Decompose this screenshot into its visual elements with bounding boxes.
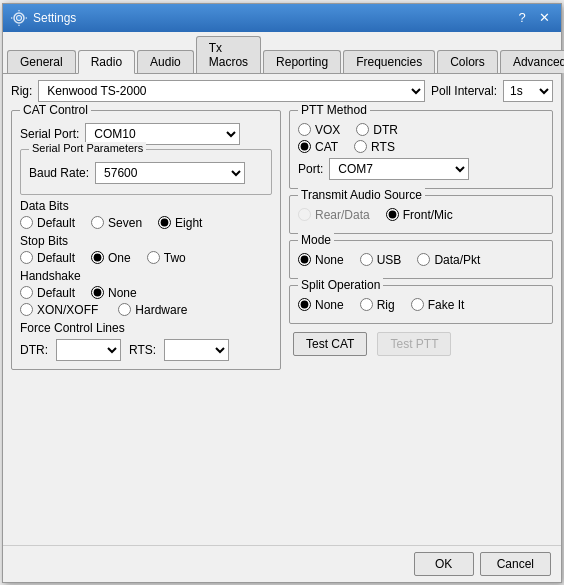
handshake-none-label: None xyxy=(108,286,137,300)
mode-data-label: Data/Pkt xyxy=(434,253,480,267)
dtr-rts-row: DTR: High Low RTS: High xyxy=(20,339,272,361)
tab-reporting[interactable]: Reporting xyxy=(263,50,341,73)
handshake-xon-option[interactable]: XON/XOFF xyxy=(20,303,98,317)
ptt-cat-label: CAT xyxy=(315,140,338,154)
stop-bits-radio-row: Default One Two xyxy=(20,251,272,265)
tab-audio[interactable]: Audio xyxy=(137,50,194,73)
ptt-row2: CAT RTS xyxy=(298,140,544,154)
cancel-button[interactable]: Cancel xyxy=(480,552,551,576)
title-bar-left: Settings xyxy=(11,10,76,26)
data-bits-seven-radio[interactable] xyxy=(91,216,104,229)
handshake-default-radio[interactable] xyxy=(20,286,33,299)
data-bits-default-option[interactable]: Default xyxy=(20,216,75,230)
tab-frequencies[interactable]: Frequencies xyxy=(343,50,435,73)
dtr-select[interactable]: High Low xyxy=(56,339,121,361)
title-bar: Settings ? ✕ xyxy=(3,4,561,32)
handshake-none-option[interactable]: None xyxy=(91,286,137,300)
mode-group: Mode None USB xyxy=(289,240,553,279)
tab-colors[interactable]: Colors xyxy=(437,50,498,73)
mode-none-option[interactable]: None xyxy=(298,253,344,267)
rig-select[interactable]: Kenwood TS-2000 xyxy=(38,80,425,102)
handshake-hw-radio[interactable] xyxy=(118,303,131,316)
stop-bits-one-option[interactable]: One xyxy=(91,251,131,265)
transmit-audio-row: Rear/Data Front/Mic xyxy=(298,208,544,222)
mode-none-radio[interactable] xyxy=(298,253,311,266)
force-control-label: Force Control Lines xyxy=(20,321,272,335)
data-bits-section: Data Bits Default Seven xyxy=(20,199,272,230)
handshake-default-option[interactable]: Default xyxy=(20,286,75,300)
tab-advanced[interactable]: Advanced xyxy=(500,50,564,73)
ptt-cat-radio[interactable] xyxy=(298,140,311,153)
split-fake-radio[interactable] xyxy=(411,298,424,311)
split-rig-radio[interactable] xyxy=(360,298,373,311)
mode-usb-radio[interactable] xyxy=(360,253,373,266)
split-none-option[interactable]: None xyxy=(298,298,344,312)
ptt-port-select[interactable]: COM7 xyxy=(329,158,469,180)
split-none-label: None xyxy=(315,298,344,312)
baud-rate-row: Baud Rate: 57600 9600 19200 38400 115200 xyxy=(29,162,263,184)
test-ptt-button[interactable]: Test PTT xyxy=(377,332,451,356)
stop-bits-default-label: Default xyxy=(37,251,75,265)
handshake-default-label: Default xyxy=(37,286,75,300)
settings-icon xyxy=(11,10,27,26)
split-fake-label: Fake It xyxy=(428,298,465,312)
ptt-dtr-label: DTR xyxy=(373,123,398,137)
mode-content: None USB Data/Pkt xyxy=(298,253,544,267)
baud-rate-select[interactable]: 57600 9600 19200 38400 115200 xyxy=(95,162,245,184)
stop-bits-default-radio[interactable] xyxy=(20,251,33,264)
handshake-none-radio[interactable] xyxy=(91,286,104,299)
mode-usb-label: USB xyxy=(377,253,402,267)
ptt-vox-radio[interactable] xyxy=(298,123,311,136)
mode-title: Mode xyxy=(298,233,334,247)
cat-control-group: CAT Control Serial Port: COM10 COM1 COM2… xyxy=(11,110,281,370)
ptt-cat-option[interactable]: CAT xyxy=(298,140,338,154)
cat-control-content: Serial Port: COM10 COM1 COM2 Serial Port… xyxy=(20,123,272,361)
stop-bits-default-option[interactable]: Default xyxy=(20,251,75,265)
mode-data-radio[interactable] xyxy=(417,253,430,266)
svg-point-2 xyxy=(17,16,21,20)
rts-select[interactable]: High Low xyxy=(164,339,229,361)
ptt-method-content: VOX DTR CAT xyxy=(298,123,544,180)
help-button[interactable]: ? xyxy=(513,9,531,27)
poll-interval-select[interactable]: 1s 2s 5s xyxy=(503,80,553,102)
ptt-rts-radio[interactable] xyxy=(354,140,367,153)
close-button[interactable]: ✕ xyxy=(535,9,553,27)
title-bar-buttons: ? ✕ xyxy=(513,9,553,27)
ptt-rts-label: RTS xyxy=(371,140,395,154)
mode-usb-option[interactable]: USB xyxy=(360,253,402,267)
data-bits-default-radio[interactable] xyxy=(20,216,33,229)
stop-bits-two-option[interactable]: Two xyxy=(147,251,186,265)
stop-bits-one-radio[interactable] xyxy=(91,251,104,264)
ptt-port-label: Port: xyxy=(298,162,323,176)
handshake-xon-label: XON/XOFF xyxy=(37,303,98,317)
ptt-vox-label: VOX xyxy=(315,123,340,137)
ptt-port-row: Port: COM7 xyxy=(298,158,544,180)
data-bits-eight-option[interactable]: Eight xyxy=(158,216,202,230)
ta-rear-option[interactable]: Rear/Data xyxy=(298,208,370,222)
handshake-hw-option[interactable]: Hardware xyxy=(118,303,187,317)
handshake-xon-radio[interactable] xyxy=(20,303,33,316)
split-operation-group: Split Operation None Rig xyxy=(289,285,553,324)
test-cat-button[interactable]: Test CAT xyxy=(293,332,367,356)
tab-radio[interactable]: Radio xyxy=(78,50,135,74)
split-none-radio[interactable] xyxy=(298,298,311,311)
handshake-label: Handshake xyxy=(20,269,272,283)
ptt-dtr-option[interactable]: DTR xyxy=(356,123,398,137)
transmit-audio-group: Transmit Audio Source Rear/Data Front/Mi… xyxy=(289,195,553,234)
split-fake-option[interactable]: Fake It xyxy=(411,298,465,312)
ta-front-radio[interactable] xyxy=(386,208,399,221)
data-bits-eight-radio[interactable] xyxy=(158,216,171,229)
stop-bits-two-radio[interactable] xyxy=(147,251,160,264)
ta-rear-radio[interactable] xyxy=(298,208,311,221)
mode-data-option[interactable]: Data/Pkt xyxy=(417,253,480,267)
tab-general[interactable]: General xyxy=(7,50,76,73)
ptt-dtr-radio[interactable] xyxy=(356,123,369,136)
ok-button[interactable]: OK xyxy=(414,552,474,576)
ptt-rts-option[interactable]: RTS xyxy=(354,140,395,154)
data-bits-seven-option[interactable]: Seven xyxy=(91,216,142,230)
ptt-vox-option[interactable]: VOX xyxy=(298,123,340,137)
split-rig-option[interactable]: Rig xyxy=(360,298,395,312)
ta-front-option[interactable]: Front/Mic xyxy=(386,208,453,222)
content-area: Rig: Kenwood TS-2000 Poll Interval: 1s 2… xyxy=(3,74,561,545)
tab-tx-macros[interactable]: Tx Macros xyxy=(196,36,261,73)
